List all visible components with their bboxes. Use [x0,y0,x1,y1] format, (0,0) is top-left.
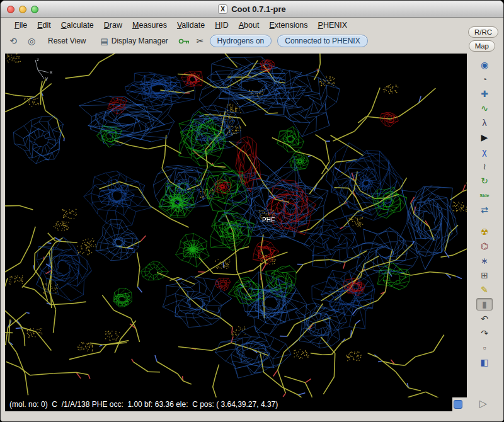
add-terminal-residue-icon[interactable]: ∗ [476,254,493,267]
menu-draw[interactable]: Draw [99,19,127,31]
undo-icon[interactable]: ↶ [476,312,493,325]
map-button[interactable]: Map [469,40,495,52]
molecular-viewport [5,54,467,397]
key-icon[interactable] [178,37,191,45]
display-control-icon[interactable]: ◧ [476,356,493,368]
menu-measures[interactable]: Measures [127,19,172,31]
edit-chi-angles-icon[interactable]: χ [476,145,493,158]
status-bar: (mol. no: 0) C /1/A/138 PHE occ: 1.00 bf… [5,397,452,411]
mutate-icon[interactable]: ⇄ [476,203,493,216]
viewport-canvas[interactable] [5,54,467,397]
sphere-refine-icon[interactable]: ◉ [476,59,493,71]
status-scroll-chip[interactable] [454,400,462,409]
scissors-icon[interactable]: ✂ [197,36,204,46]
menu-about[interactable]: About [234,19,265,31]
hydrogens-toggle-button[interactable]: Hydrogens on [210,35,272,47]
pencil-icon[interactable]: ✎ [476,283,493,296]
reset-view-button[interactable]: Reset View [43,35,90,47]
rotamers-icon[interactable]: ▶ [476,131,493,144]
zoom-button[interactable] [31,6,38,13]
menu-file[interactable]: File [9,19,32,31]
close-button[interactable] [7,6,14,13]
coot-window: X Coot 0.7.1-pre FileEditCalculateDrawMe… [0,0,504,422]
display-manager-label: Display Manager [112,37,168,45]
refresh-view-icon[interactable]: ⟲ [7,35,20,47]
record-view-icon[interactable]: ◎ [25,35,38,47]
sidechain-180-flip-icon[interactable]: Side [476,189,493,202]
resize-handle-icon[interactable]: ▷ [479,397,487,409]
small-box-icon[interactable]: ▫ [476,341,493,354]
menu-edit[interactable]: Edit [32,19,56,31]
menu-validate[interactable]: Validate [172,19,210,31]
menu-extensions[interactable]: Extensions [264,19,312,31]
rigid-body-fit-icon[interactable]: ✚ [476,88,493,100]
x11-icon: X [218,4,227,14]
window-controls [7,6,38,13]
radiation-icon[interactable]: ☢ [476,225,493,238]
flip-peptide-icon[interactable]: ↻ [476,174,493,187]
window-title: Coot 0.7.1-pre [231,4,286,14]
add-atom-icon[interactable]: ⊞ [476,269,493,282]
ligand-icon[interactable]: ⌬ [476,240,493,253]
display-manager-icon: ▤ [100,37,108,46]
main-toolbar: ⟲ ◎ Reset View ▤ Display Manager ✂ Hydro… [1,32,467,50]
regularize-icon[interactable]: ◔ [476,73,493,86]
menu-bar: FileEditCalculateDrawMeasuresValidateHID… [1,18,467,32]
rotate-translate-icon[interactable]: ∿ [476,102,493,115]
window-title-box: X Coot 0.7.1-pre [218,4,286,14]
display-manager-button[interactable]: ▤ Display Manager [96,35,172,48]
minimize-button[interactable] [19,6,26,13]
auto-fit-rotamer-icon[interactable]: λ [476,117,493,129]
torsion-general-icon[interactable]: ≀ [476,160,493,173]
right-toolbar: ◉◔✚∿λ▶χ≀↻Side⇄☢⌬∗⊞✎▮↶↷▫◧ [473,59,496,368]
menu-hid[interactable]: HID [210,19,234,31]
menu-calculate[interactable]: Calculate [56,19,99,31]
rrc-button[interactable]: R/RC [468,26,498,38]
delete-item-icon[interactable]: ▮ [476,298,493,311]
redo-icon[interactable]: ↷ [476,327,493,339]
title-bar[interactable]: X Coot 0.7.1-pre [1,1,503,18]
menu-phenix[interactable]: PHENIX [313,19,353,31]
phenix-connection-button[interactable]: Connected to PHENIX [277,35,367,47]
